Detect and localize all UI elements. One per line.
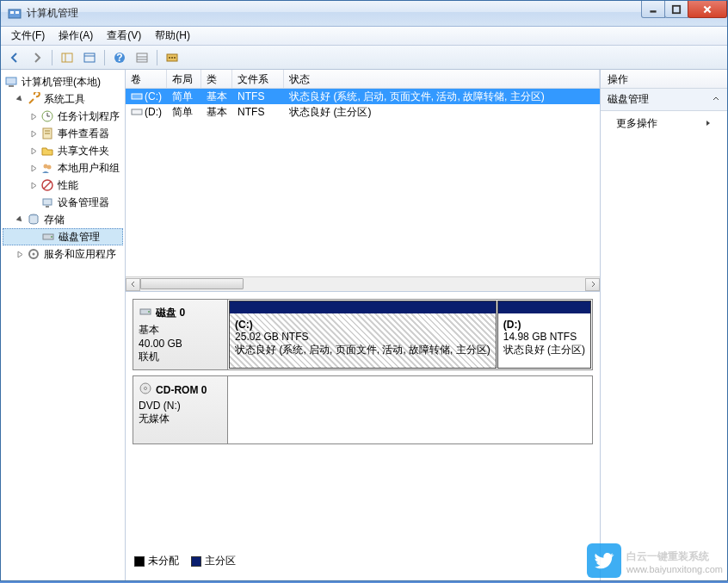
scroll-track[interactable]: [140, 278, 585, 291]
svg-rect-4: [673, 5, 680, 12]
properties-button[interactable]: [79, 48, 100, 67]
tree-label: 系统工具: [44, 92, 85, 107]
disk-row[interactable]: CD-ROM 0DVD (N:)无媒体: [133, 375, 593, 444]
expand-icon[interactable]: [28, 128, 39, 139]
volume-list[interactable]: (C:)简单基本NTFS状态良好 (系统, 启动, 页面文件, 活动, 故障转储…: [126, 89, 600, 276]
partition-body: (C:)25.02 GB NTFS状态良好 (系统, 启动, 页面文件, 活动,…: [230, 313, 496, 368]
legend-primary: 主分区: [191, 554, 236, 568]
collapse-icon[interactable]: [15, 94, 25, 104]
svg-point-44: [145, 388, 147, 390]
tree-label: 存储: [44, 213, 65, 227]
menu-help[interactable]: 帮助(H): [148, 27, 197, 45]
disk-row[interactable]: 磁盘 0基本40.00 GB联机(C:)25.02 GB NTFS状态良好 (系…: [133, 299, 593, 370]
actions-more-label: 更多操作: [616, 116, 657, 131]
svg-rect-33: [46, 206, 49, 208]
volume-type: 基本: [201, 89, 232, 105]
tree-system-tools[interactable]: 系统工具: [3, 90, 123, 108]
volume-name: (C:): [145, 90, 162, 102]
actions-more[interactable]: 更多操作: [601, 111, 727, 136]
tree-disk-management[interactable]: 磁盘管理: [3, 228, 123, 245]
volume-type: 基本: [201, 104, 232, 121]
tree-performance[interactable]: 性能: [3, 177, 123, 194]
tree-event-viewer[interactable]: 事件查看器: [3, 125, 123, 142]
folder-share-icon: [40, 144, 54, 158]
partition-body: (D:)14.98 GB NTFS状态良好 (主分区): [498, 313, 590, 368]
tree-device-manager[interactable]: 设备管理器: [3, 194, 123, 211]
menu-action[interactable]: 操作(A): [52, 27, 100, 45]
services-icon: [27, 247, 40, 261]
disk-info: CD-ROM 0DVD (N:)无媒体: [133, 376, 228, 443]
disk-graphical-area[interactable]: 磁盘 0基本40.00 GB联机(C:)25.02 GB NTFS状态良好 (系…: [126, 292, 600, 580]
help-button[interactable]: ?: [109, 48, 130, 67]
volume-status: 状态良好 (系统, 启动, 页面文件, 活动, 故障转储, 主分区): [284, 89, 600, 105]
show-hide-tree-button[interactable]: [57, 48, 77, 67]
svg-rect-2: [15, 11, 19, 14]
tree-label: 任务计划程序: [58, 109, 120, 124]
navigation-tree[interactable]: 计算机管理(本地) 系统工具 任务计划程序 事件查看器 共享文件夹: [1, 70, 126, 580]
svg-rect-20: [6, 78, 16, 84]
tree-label: 共享文件夹: [58, 144, 109, 158]
svg-point-36: [51, 236, 52, 238]
svg-text:?: ?: [116, 52, 122, 64]
partition-label: (C:): [235, 319, 490, 331]
back-button[interactable]: [4, 48, 25, 67]
tree-local-users[interactable]: 本地用户和组: [3, 159, 123, 177]
minimize-button[interactable]: [641, 1, 665, 18]
partition-size: 25.02 GB NTFS: [235, 331, 490, 343]
close-button[interactable]: [688, 1, 727, 18]
tree-services-apps[interactable]: 服务和应用程序: [3, 245, 123, 263]
actions-group[interactable]: 磁盘管理: [601, 89, 727, 111]
partition-status: 状态良好 (系统, 启动, 页面文件, 活动, 故障转储, 主分区): [235, 343, 490, 357]
forward-button[interactable]: [27, 48, 47, 67]
scroll-right-button[interactable]: [585, 278, 600, 291]
partition[interactable]: (C:)25.02 GB NTFS状态良好 (系统, 启动, 页面文件, 活动,…: [229, 301, 497, 369]
volume-list-area: 卷 布局 类型 文件系统 状态 (C:)简单基本NTFS状态良好 (系统, 启动…: [126, 70, 600, 292]
volume-fs: NTFS: [232, 105, 284, 119]
settings-button[interactable]: [162, 48, 182, 67]
menu-view[interactable]: 查看(V): [100, 27, 148, 45]
main-window: 计算机管理 文件(F) 操作(A) 查看(V) 帮助(H) ? 计算机管理(本地…: [0, 0, 728, 581]
app-icon: [8, 7, 22, 21]
volume-headers: 卷 布局 类型 文件系统 状态: [126, 70, 600, 89]
svg-rect-32: [43, 199, 52, 205]
legend-label: 主分区: [205, 554, 236, 568]
scroll-left-button[interactable]: [126, 278, 140, 291]
collapse-icon: [712, 94, 720, 106]
menu-file[interactable]: 文件(F): [4, 27, 52, 45]
disk-icon: [139, 305, 152, 321]
svg-rect-21: [9, 85, 14, 87]
horizontal-scrollbar[interactable]: [126, 276, 600, 291]
col-fs[interactable]: 文件系统: [232, 70, 284, 88]
maximize-button[interactable]: [664, 1, 688, 18]
expand-icon[interactable]: [28, 146, 39, 156]
tree-storage[interactable]: 存储: [3, 211, 123, 228]
tree-shared-folders[interactable]: 共享文件夹: [3, 142, 123, 159]
partition[interactable]: (D:)14.98 GB NTFS状态良好 (主分区): [497, 301, 591, 369]
col-status[interactable]: 状态: [284, 70, 600, 88]
title-bar[interactable]: 计算机管理: [1, 1, 727, 27]
collapse-icon[interactable]: [15, 214, 25, 225]
tree-label: 服务和应用程序: [44, 247, 116, 262]
expand-icon[interactable]: [28, 111, 39, 121]
view-list-button[interactable]: [132, 48, 152, 67]
chevron-right-icon: [705, 118, 712, 130]
svg-point-19: [174, 57, 176, 59]
volume-row[interactable]: (C:)简单基本NTFS状态良好 (系统, 启动, 页面文件, 活动, 故障转储…: [126, 89, 600, 104]
disk-partitions: (C:)25.02 GB NTFS状态良好 (系统, 启动, 页面文件, 活动,…: [228, 300, 592, 369]
svg-rect-9: [84, 53, 95, 62]
toolbar: ?: [1, 46, 727, 70]
svg-rect-1: [10, 11, 14, 14]
svg-line-31: [44, 182, 51, 189]
col-type[interactable]: 类型: [201, 70, 232, 88]
tree-task-scheduler[interactable]: 任务计划程序: [3, 108, 123, 125]
col-volume[interactable]: 卷: [126, 70, 167, 88]
expand-icon[interactable]: [28, 180, 39, 190]
tree-root[interactable]: 计算机管理(本地): [3, 73, 123, 90]
expand-icon[interactable]: [28, 163, 39, 173]
expand-icon[interactable]: [15, 249, 25, 259]
volume-layout: 简单: [167, 104, 201, 121]
svg-point-18: [171, 57, 173, 59]
volume-row[interactable]: (D:)简单基本NTFS状态良好 (主分区): [126, 104, 600, 120]
scroll-thumb[interactable]: [140, 278, 244, 289]
col-layout[interactable]: 布局: [167, 70, 201, 88]
